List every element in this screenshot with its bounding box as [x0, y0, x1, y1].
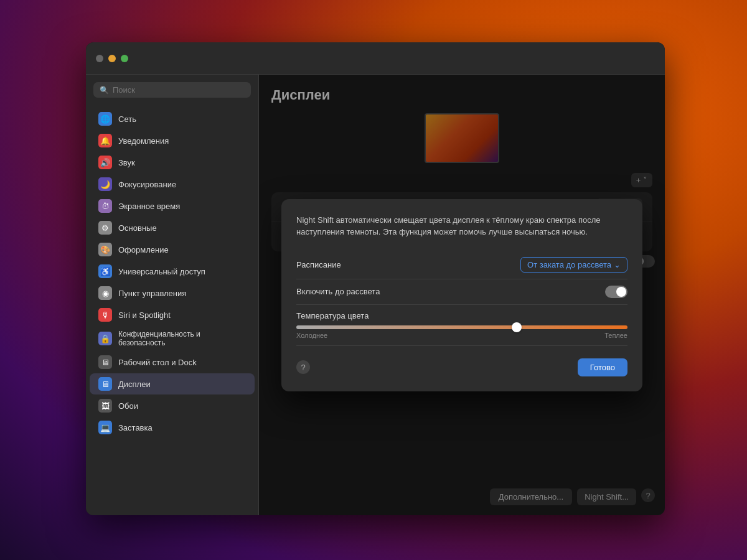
general-icon: ⚙ [98, 221, 112, 235]
modal-overlay: Night Shift автоматически смещает цвета … [259, 75, 665, 515]
close-button[interactable] [96, 55, 103, 62]
modal-enable-row: Включить до рассвета [296, 279, 627, 305]
sidebar-item-label: Конфиденциальность и безопасность [118, 330, 246, 347]
sidebar-item-sound[interactable]: 🔊 Звук [90, 152, 255, 173]
enable-label: Включить до рассвета [296, 287, 380, 296]
titlebar [86, 42, 665, 75]
temperature-label: Температура цвета [296, 311, 369, 320]
search-icon: 🔍 [100, 86, 109, 95]
appearance-icon: 🎨 [98, 243, 112, 256]
sidebar-item-label: Фокусирование [118, 180, 176, 189]
sidebar-item-label: Оформление [118, 245, 169, 254]
sound-icon: 🔊 [98, 156, 112, 169]
temperature-slider-container: Холоднее Теплее [296, 325, 627, 339]
schedule-value: От заката до рассвета [527, 260, 611, 269]
sidebar-item-notifications[interactable]: 🔔 Уведомления [90, 130, 255, 151]
sidebar-item-network[interactable]: 🌐 Сеть [90, 108, 255, 129]
window-body: 🔍 🌐 Сеть 🔔 Уведомления 🔊 Звук [86, 75, 665, 515]
sidebar-item-label: Универсальный доступ [118, 267, 205, 276]
search-bar[interactable]: 🔍 [93, 82, 251, 98]
sidebar-item-label: Уведомления [118, 136, 169, 146]
privacy-icon: 🔒 [98, 332, 112, 345]
main-content: Дисплеи + ˅ Частота обновления 60 Гц ◇ П… [259, 75, 665, 515]
modal-footer: ? Готово [296, 358, 627, 376]
sidebar-item-label: Дисплеи [118, 380, 151, 389]
search-input[interactable] [113, 85, 245, 95]
sidebar-item-appearance[interactable]: 🎨 Оформление [90, 239, 255, 260]
siri-icon: 🎙 [98, 308, 112, 322]
traffic-lights [96, 55, 128, 62]
maximize-button[interactable] [121, 55, 128, 62]
modal-description: Night Shift автоматически смещает цвета … [296, 214, 627, 238]
sidebar-item-focus[interactable]: 🌙 Фокусирование [90, 174, 255, 195]
sidebar-item-label: Основные [118, 223, 157, 233]
done-button[interactable]: Готово [578, 358, 627, 376]
temperature-slider-thumb[interactable] [512, 322, 522, 332]
main-window: 🔍 🌐 Сеть 🔔 Уведомления 🔊 Звук [86, 42, 665, 515]
modal-temperature-row: Температура цвета Холоднее Теплее [296, 305, 627, 346]
desktop-icon: 🖥 [98, 355, 112, 369]
sidebar-item-screentime[interactable]: ⏱ Экранное время [90, 195, 255, 217]
chevron-icon: ⌄ [614, 260, 621, 269]
modal-schedule-row: Расписание От заката до рассвета ⌄ [296, 251, 627, 279]
slider-labels: Холоднее Теплее [296, 332, 627, 339]
sidebar-item-label: Экранное время [118, 202, 180, 211]
control-icon: ◉ [98, 286, 112, 300]
screensaver-icon: 💻 [98, 421, 112, 434]
focus-icon: 🌙 [98, 177, 112, 191]
night-shift-modal: Night Shift автоматически смещает цвета … [281, 199, 642, 391]
accessibility-icon: ♿ [98, 264, 112, 278]
sidebar-item-label: Звук [118, 158, 135, 167]
screentime-icon: ⏱ [98, 199, 112, 213]
sidebar-item-desktop[interactable]: 🖥 Рабочий стол и Dock [90, 352, 255, 373]
temperature-slider-track[interactable] [296, 325, 627, 329]
sidebar-item-label: Siri и Spotlight [118, 310, 171, 320]
sidebar-item-accessibility[interactable]: ♿ Универсальный доступ [90, 261, 255, 282]
network-icon: 🌐 [98, 112, 112, 126]
sidebar-item-control[interactable]: ◉ Пункт управления [90, 282, 255, 304]
schedule-selector[interactable]: От заката до рассвета ⌄ [520, 257, 627, 273]
minimize-button[interactable] [108, 55, 116, 62]
sidebar-item-wallpaper[interactable]: 🖼 Обои [90, 395, 255, 416]
notifications-icon: 🔔 [98, 134, 112, 147]
sidebar-item-general[interactable]: ⚙ Основные [90, 217, 255, 238]
sidebar-item-privacy[interactable]: 🔒 Конфиденциальность и безопасность [90, 326, 255, 351]
sidebar-item-label: Сеть [118, 114, 136, 124]
cold-label: Холоднее [296, 332, 327, 339]
displays-icon: 🖥 [98, 377, 112, 391]
sidebar-item-screensaver[interactable]: 💻 Заставка [90, 417, 255, 438]
wallpaper-icon: 🖼 [98, 399, 112, 413]
sidebar-item-label: Пункт управления [118, 289, 186, 298]
sidebar-item-displays[interactable]: 🖥 Дисплеи [90, 373, 255, 394]
sidebar-item-siri[interactable]: 🎙 Siri и Spotlight [90, 304, 255, 325]
modal-help-button[interactable]: ? [296, 360, 310, 374]
schedule-label: Расписание [296, 260, 341, 269]
sidebar: 🔍 🌐 Сеть 🔔 Уведомления 🔊 Звук [86, 75, 259, 515]
sidebar-item-label: Рабочий стол и Dock [118, 358, 197, 367]
sidebar-item-label: Заставка [118, 423, 153, 432]
warm-label: Теплее [604, 332, 627, 339]
enable-toggle[interactable] [605, 286, 627, 298]
sidebar-items: 🌐 Сеть 🔔 Уведомления 🔊 Звук 🌙 Фокусирова… [86, 105, 258, 515]
enable-toggle-knob [616, 287, 626, 297]
sidebar-item-label: Обои [118, 401, 138, 411]
